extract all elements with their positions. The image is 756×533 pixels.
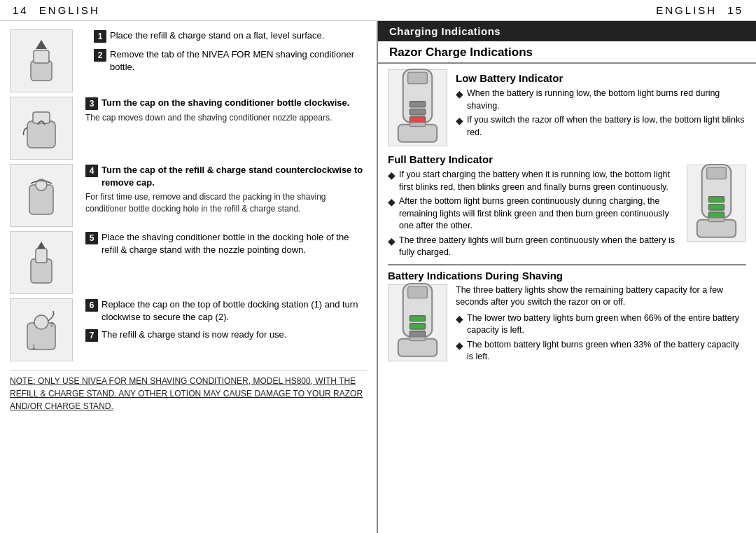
battery-during-section: The three battery lights show the remain…	[388, 284, 746, 366]
image-col-1	[10, 29, 78, 92]
step2-text: Remove the tab of the NIVEA FOR MEN shav…	[110, 48, 367, 74]
step3-image	[10, 97, 73, 160]
header-right: ENGLISH 15	[650, 4, 743, 16]
step6-row: 6 Replace the cap on the top of bottle d…	[85, 298, 367, 324]
bullet-diamond-icon: ◆	[456, 115, 463, 126]
language-left: ENGLISH	[39, 4, 100, 16]
svg-rect-33	[398, 339, 437, 357]
during-bullet-1: ◆ The lower two battery lights burn gree…	[456, 312, 746, 337]
step1-image	[10, 29, 73, 92]
during-desc: The three battery lights show the remain…	[456, 284, 746, 309]
right-panel: Charging Indications Razor Charge Indica…	[378, 21, 756, 533]
step5-image	[10, 231, 73, 294]
step5-row: 5 Place the shaving conditioner bottle i…	[85, 231, 367, 256]
charging-title: Charging Indications	[378, 21, 756, 41]
during-bullet-2-text: The bottom battery light burns green whe…	[467, 339, 746, 364]
full-battery-text: Full Battery Indicator ◆ If you start ch…	[388, 151, 678, 261]
low-battery-title: Low Battery Indicator	[456, 72, 746, 84]
svg-rect-34	[410, 337, 425, 341]
page-number-right: 15	[727, 4, 743, 16]
svg-rect-31	[410, 324, 425, 329]
note-label: NOTE:	[10, 376, 36, 386]
step5-number: 5	[85, 232, 98, 244]
svg-rect-8	[36, 249, 47, 263]
svg-rect-20	[410, 123, 425, 127]
step3-row: 3 Turn the cap on the shaving conditione…	[85, 97, 367, 110]
step6-image: 1 2	[10, 298, 73, 361]
svg-rect-0	[31, 61, 52, 81]
step5-block: 5 Place the shaving conditioner bottle i…	[85, 231, 367, 294]
step1-text: Place the refill & charge stand on a fla…	[110, 29, 324, 42]
svg-marker-2	[36, 40, 47, 49]
step4-image	[10, 164, 73, 227]
svg-point-11	[34, 315, 48, 329]
during-bullet-2: ◆ The bottom battery light burns green w…	[456, 339, 746, 364]
page-number-left: 14	[13, 4, 29, 16]
low-battery-section: Low Battery Indicator ◆ When the battery…	[388, 69, 746, 146]
full-bullet-3: ◆ The three battery lights will burn gre…	[388, 235, 678, 259]
step7-text: The refill & charge stand is now ready f…	[102, 328, 286, 341]
low-bullet-1-text: When the battery is running low, the bot…	[467, 88, 746, 112]
svg-text:1: 1	[32, 343, 36, 350]
low-bullet-2: ◆ If you switch the razor off when the b…	[456, 114, 746, 139]
step7-number: 7	[85, 329, 98, 342]
step2-number: 2	[94, 49, 106, 62]
bullet-diamond-icon: ◆	[456, 313, 463, 324]
low-battery-image	[388, 69, 447, 146]
svg-rect-27	[708, 218, 724, 222]
svg-rect-3	[27, 121, 55, 148]
svg-text:2: 2	[50, 321, 54, 328]
during-text: The three battery lights show the remain…	[456, 284, 746, 366]
full-bullet-2-text: After the bottom light burns green conti…	[399, 195, 678, 233]
full-bullet-1-text: If you start charging the battery when i…	[399, 169, 678, 193]
step6-number: 6	[85, 299, 98, 312]
header-left: 14 ENGLISH	[13, 4, 106, 16]
steps-1-2: 1 Place the refill & charge stand on a f…	[94, 29, 367, 92]
step3-text: Turn the cap on the shaving conditioner …	[102, 97, 349, 109]
step3-number: 3	[85, 97, 98, 110]
during-bullet-1-text: The lower two battery lights burn green …	[467, 312, 746, 337]
step1-number: 1	[94, 30, 106, 43]
step4-text: Turn the cap of the refill & charge stan…	[102, 164, 367, 189]
step4-note: For first time use, remove and discard t…	[85, 191, 367, 215]
svg-rect-25	[708, 212, 724, 217]
main-content: 1 Place the refill & charge stand on a f…	[0, 21, 756, 533]
razor-charge-title: Razor Charge Indications	[378, 41, 756, 64]
svg-rect-24	[708, 204, 724, 209]
step6-text: Replace the cap on the top of bottle doc…	[102, 298, 367, 324]
svg-rect-30	[410, 316, 425, 321]
svg-rect-29	[408, 286, 428, 298]
step3-block: 3 Turn the cap on the shaving conditione…	[85, 97, 367, 160]
bullet-diamond-icon: ◆	[388, 196, 396, 207]
svg-rect-18	[410, 116, 425, 122]
bullet-diamond-icon: ◆	[456, 88, 463, 99]
full-battery-section: Full Battery Indicator ◆ If you start ch…	[388, 151, 746, 261]
low-bullet-2-text: If you switch the razor off when the bat…	[467, 114, 746, 139]
bullet-diamond-icon: ◆	[388, 169, 396, 181]
bullet-diamond-icon: ◆	[456, 340, 463, 351]
note-text: ONLY USE NIVEA FOR MEN SHAVING CONDITION…	[10, 376, 363, 411]
svg-rect-23	[708, 196, 724, 202]
step3-note: The cap moves down and the shaving condi…	[85, 112, 367, 124]
steps-6-7-block: 6 Replace the cap on the top of bottle d…	[85, 298, 367, 361]
svg-rect-17	[410, 109, 425, 114]
svg-rect-1	[34, 50, 49, 63]
full-bullet-3-text: The three battery lights will burn green…	[399, 235, 678, 259]
full-battery-image	[687, 165, 746, 242]
step7-row: 7 The refill & charge stand is now ready…	[85, 328, 367, 342]
right-content: Low Battery Indicator ◆ When the battery…	[378, 64, 756, 533]
full-bullet-1: ◆ If you start charging the battery when…	[388, 169, 678, 193]
step2-row: 2 Remove the tab of the NIVEA FOR MEN sh…	[94, 48, 367, 74]
step1-row: 1 Place the refill & charge stand on a f…	[94, 29, 367, 43]
during-image	[388, 284, 447, 361]
svg-rect-16	[410, 101, 425, 106]
page-header: 14 ENGLISH ENGLISH 15	[0, 0, 756, 21]
full-battery-title: Full Battery Indicator	[388, 153, 678, 165]
step4-number: 4	[85, 165, 98, 177]
svg-rect-15	[408, 72, 428, 84]
svg-rect-32	[410, 331, 425, 337]
low-battery-text: Low Battery Indicator ◆ When the battery…	[456, 69, 746, 146]
svg-marker-9	[37, 242, 46, 249]
svg-rect-19	[398, 125, 437, 142]
full-bullet-2: ◆ After the bottom light burns green con…	[388, 195, 678, 233]
